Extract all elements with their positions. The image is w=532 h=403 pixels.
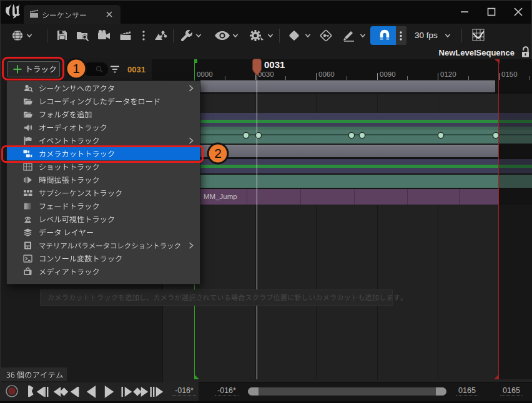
svg-text:1: 1 [72, 61, 80, 75]
svg-text:2: 2 [214, 146, 222, 160]
